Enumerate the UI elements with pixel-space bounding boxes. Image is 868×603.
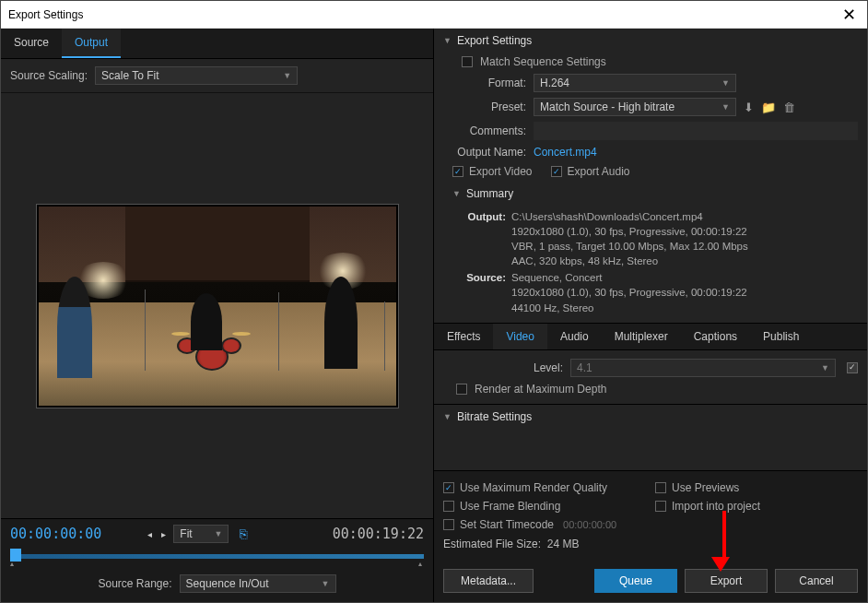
output-name-row: Output Name: Concert.mp4	[434, 143, 867, 161]
import-project-label: Import into project	[672, 500, 760, 513]
in-marker-icon[interactable]: ▴	[10, 560, 16, 565]
export-video-checkbox[interactable]	[452, 166, 463, 177]
main-area: Source Output Source Scaling: Scale To F…	[1, 29, 867, 602]
comments-row: Comments:	[434, 119, 867, 143]
level-match-checkbox[interactable]	[847, 362, 858, 373]
level-label: Level:	[443, 361, 563, 374]
use-max-render-check: Use Maximum Render Quality	[443, 481, 628, 494]
start-tc-checkbox[interactable]	[443, 519, 454, 530]
preview-image	[39, 207, 396, 406]
source-scaling-value: Scale To Fit	[101, 69, 158, 82]
chevron-down-icon: ▼	[721, 102, 730, 112]
frame-blending-label: Use Frame Blending	[460, 500, 560, 513]
window-title: Export Settings	[8, 8, 839, 21]
render-max-depth-checkbox[interactable]	[456, 384, 467, 395]
render-max-depth-label: Render at Maximum Depth	[475, 383, 606, 396]
output-name-label: Output Name:	[443, 146, 526, 159]
play-icon[interactable]: ▸	[159, 529, 168, 539]
comments-label: Comments:	[443, 124, 526, 137]
fit-value: Fit	[180, 527, 192, 540]
source-range-dropdown[interactable]: Sequence In/Out ▼	[180, 574, 336, 593]
use-max-render-checkbox[interactable]	[443, 482, 454, 493]
export-audio-checkbox[interactable]	[551, 166, 562, 177]
source-scaling-dropdown[interactable]: Scale To Fit ▼	[95, 66, 298, 85]
render-options: Use Maximum Render Quality Use Previews …	[434, 470, 867, 560]
export-button[interactable]: Export	[685, 569, 768, 593]
cancel-button[interactable]: Cancel	[775, 569, 858, 593]
import-project-check: Import into project	[655, 500, 839, 513]
subtab-audio[interactable]: Audio	[547, 324, 602, 349]
export-settings-title: Export Settings	[457, 34, 532, 47]
button-row: Metadata... Queue Export Cancel	[434, 560, 867, 602]
bitrate-header[interactable]: ▼ Bitrate Settings	[434, 404, 867, 429]
level-dropdown[interactable]: 4.1 ▼	[570, 359, 836, 377]
tab-source[interactable]: Source	[1, 29, 62, 58]
disclosure-down-icon: ▼	[443, 412, 452, 421]
start-tc-check: Set Start Timecode 00:00:00:00	[443, 518, 616, 531]
delete-preset-icon[interactable]: 🗑	[783, 100, 795, 114]
chevron-down-icon: ▼	[214, 529, 222, 538]
est-size-label: Estimated File Size:	[443, 538, 541, 550]
left-panel: Source Output Source Scaling: Scale To F…	[1, 29, 434, 602]
render-row-3: Set Start Timecode 00:00:00:00	[443, 515, 858, 534]
timecode-in[interactable]: 00:00:00:00	[10, 526, 101, 542]
subtab-publish[interactable]: Publish	[750, 324, 812, 349]
right-scroll: ▼ Export Settings Match Sequence Setting…	[434, 29, 867, 470]
subtab-video[interactable]: Video	[493, 324, 546, 349]
titlebar: Export Settings ✕	[1, 1, 867, 29]
chevron-down-icon: ▼	[721, 78, 730, 88]
source-range-value: Sequence In/Out	[186, 577, 269, 590]
preview-frame[interactable]	[36, 204, 399, 408]
import-preset-icon[interactable]: 📁	[761, 100, 776, 114]
save-preset-icon[interactable]: ⬇	[744, 100, 754, 114]
time-row: 00:00:00:00 ◂ ▸ Fit ▼ ⎘ 00:00:19:22	[10, 525, 424, 543]
match-sequence-row: Match Sequence Settings	[434, 53, 867, 71]
timecode-out[interactable]: 00:00:19:22	[333, 526, 424, 542]
render-max-depth-row: Render at Maximum Depth	[434, 380, 867, 398]
summary-source-row: Source: Sequence, Concert 1920x1080 (1.0…	[460, 270, 858, 314]
summary-header[interactable]: ▼ Summary	[434, 182, 867, 206]
comments-input[interactable]	[534, 122, 858, 140]
sub-tabs: Effects Video Audio Multiplexer Captions…	[434, 323, 867, 350]
match-sequence-checkbox[interactable]	[462, 56, 473, 67]
summary-out-line3: VBR, 1 pass, Target 10.00 Mbps, Max 12.0…	[511, 239, 858, 254]
metadata-button[interactable]: Metadata...	[443, 569, 534, 593]
right-panel: ▼ Export Settings Match Sequence Setting…	[434, 29, 867, 602]
format-label: Format:	[443, 77, 526, 89]
export-settings-header[interactable]: ▼ Export Settings	[434, 29, 867, 53]
subtab-multiplexer[interactable]: Multiplexer	[602, 324, 681, 349]
use-previews-checkbox[interactable]	[655, 482, 666, 493]
use-previews-label: Use Previews	[672, 481, 739, 494]
fit-dropdown[interactable]: Fit ▼	[173, 525, 229, 543]
summary-output-row: Output: C:\Users\shash\Downloads\Concert…	[460, 209, 858, 268]
export-audio-label: Export Audio	[568, 165, 630, 178]
source-scaling-row: Source Scaling: Scale To Fit ▼	[1, 59, 433, 93]
frame-blending-checkbox[interactable]	[443, 501, 454, 512]
summary-source-label: Source:	[460, 270, 506, 314]
subtab-effects[interactable]: Effects	[434, 324, 493, 349]
preset-dropdown[interactable]: Match Source - High bitrate ▼	[534, 98, 736, 116]
timeline-area: 00:00:00:00 ◂ ▸ Fit ▼ ⎘ 00:00:19:22 ▴ ▴	[1, 518, 433, 602]
summary-source-text: Sequence, Concert 1920x1080 (1.0), 30 fp…	[511, 270, 858, 314]
close-icon[interactable]: ✕	[839, 5, 860, 25]
step-back-icon[interactable]: ◂	[146, 529, 154, 539]
queue-button[interactable]: Queue	[594, 569, 677, 593]
preview-area	[1, 93, 433, 518]
export-video-check: Export Video	[452, 165, 533, 178]
tab-output[interactable]: Output	[62, 29, 121, 58]
crop-icon[interactable]: ⎘	[240, 526, 247, 541]
summary-block: Output: C:\Users\shash\Downloads\Concert…	[434, 206, 867, 323]
scrubber[interactable]: ▴ ▴	[10, 549, 424, 565]
left-tabs: Source Output	[1, 29, 433, 59]
summary-out-line1: C:\Users\shash\Downloads\Concert.mp4	[511, 209, 858, 224]
out-marker-icon[interactable]: ▴	[418, 560, 424, 565]
summary-src-line1: Sequence, Concert	[511, 270, 858, 285]
scrub-track	[10, 554, 424, 559]
preset-label: Preset:	[443, 100, 526, 113]
subtab-captions[interactable]: Captions	[681, 324, 750, 349]
import-project-checkbox[interactable]	[655, 501, 666, 512]
start-tc-value[interactable]: 00:00:00:00	[563, 519, 616, 530]
format-dropdown[interactable]: H.264 ▼	[534, 74, 736, 92]
output-name-link[interactable]: Concert.mp4	[534, 146, 597, 159]
summary-out-line4: AAC, 320 kbps, 48 kHz, Stereo	[511, 254, 858, 268]
